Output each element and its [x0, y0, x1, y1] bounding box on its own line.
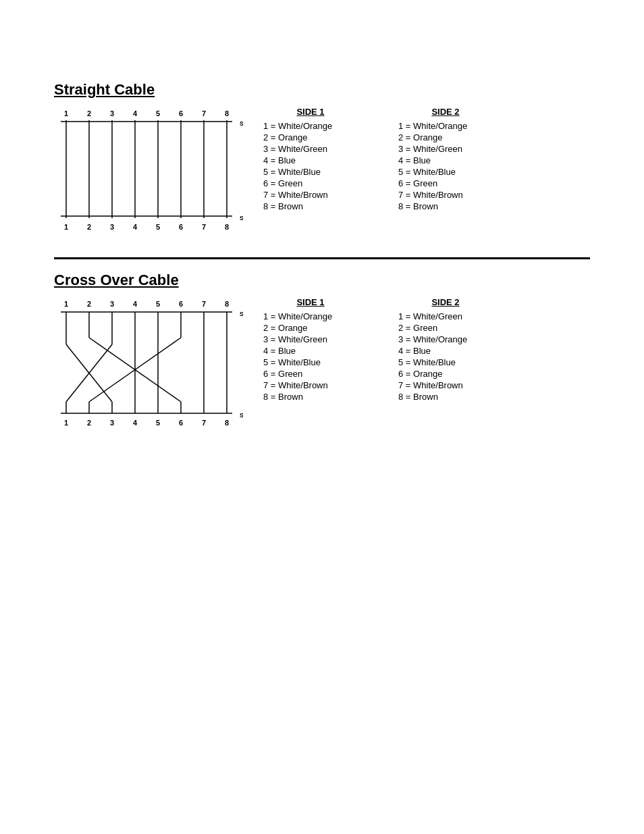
crossover-side1-column: SIDE 1 1 = White/Orange2 = Orange3 = Whi…: [263, 297, 358, 403]
svg-text:3: 3: [110, 300, 114, 308]
wire-item: 2 = Orange: [263, 132, 358, 142]
straight-cable-content: 1 2 3 4 5 6 7 8 SIDE 1: [54, 107, 590, 244]
svg-text:2: 2: [87, 300, 91, 308]
svg-text:1: 1: [64, 300, 68, 308]
svg-text:5: 5: [156, 300, 160, 308]
svg-text:7: 7: [202, 109, 206, 118]
wire-item: 1 = White/Green: [398, 311, 493, 321]
wire-item: 5 = White/Blue: [263, 167, 358, 177]
crossover-side2-list: 1 = White/Green2 = Green3 = White/Orange…: [398, 311, 493, 402]
wire-item: 6 = Green: [263, 369, 358, 379]
wire-item: 8 = Brown: [263, 392, 358, 402]
wire-item: 6 = Green: [263, 178, 358, 188]
svg-text:1: 1: [64, 419, 68, 427]
wire-item: 4 = Blue: [398, 346, 493, 356]
straight-cable-title: Straight Cable: [54, 81, 590, 99]
section-divider: [54, 257, 590, 259]
wire-item: 2 = Orange: [263, 323, 358, 333]
svg-text:SIDE 2: SIDE 2: [240, 412, 243, 419]
svg-text:8: 8: [225, 223, 229, 231]
page: Straight Cable 1 2 3 4 5 6 7 8 SIDE 1: [0, 0, 644, 502]
straight-svg: 1 2 3 4 5 6 7 8 SIDE 1: [54, 107, 243, 242]
wire-item: 3 = White/Green: [263, 334, 358, 344]
straight-side2-header: SIDE 2: [398, 107, 493, 117]
straight-side2-list: 1 = White/Orange2 = Orange3 = White/Gree…: [398, 121, 493, 211]
crossover-cable-content: 1 2 3 4 5 6 7 8 SIDE 1: [54, 297, 590, 441]
wire-item: 5 = White/Blue: [263, 357, 358, 367]
svg-text:6: 6: [179, 419, 183, 427]
straight-wire-info: SIDE 1 1 = White/Orange2 = Orange3 = Whi…: [263, 107, 493, 213]
svg-text:3: 3: [110, 109, 114, 118]
svg-text:2: 2: [87, 419, 91, 427]
crossover-side1-list: 1 = White/Orange2 = Orange3 = White/Gree…: [263, 311, 358, 402]
svg-text:7: 7: [202, 223, 206, 231]
wire-item: 5 = White/Blue: [398, 357, 493, 367]
crossover-side2-column: SIDE 2 1 = White/Green2 = Green3 = White…: [398, 297, 493, 403]
svg-text:4: 4: [133, 223, 138, 231]
svg-text:5: 5: [156, 419, 160, 427]
svg-text:8: 8: [225, 419, 229, 427]
svg-text:6: 6: [179, 300, 183, 308]
wire-item: 1 = White/Orange: [263, 121, 358, 131]
wire-item: 2 = Orange: [398, 132, 493, 142]
wire-item: 7 = White/Brown: [398, 380, 493, 390]
crossover-svg: 1 2 3 4 5 6 7 8 SIDE 1: [54, 297, 243, 439]
wire-item: 2 = Green: [398, 323, 493, 333]
svg-text:4: 4: [133, 300, 138, 308]
straight-diagram: 1 2 3 4 5 6 7 8 SIDE 1: [54, 107, 243, 244]
svg-text:3: 3: [110, 419, 114, 427]
svg-text:SIDE 1: SIDE 1: [240, 120, 243, 127]
wire-item: 1 = White/Orange: [263, 311, 358, 321]
svg-text:4: 4: [133, 109, 138, 118]
straight-side2-column: SIDE 2 1 = White/Orange2 = Orange3 = Whi…: [398, 107, 493, 213]
svg-text:6: 6: [179, 223, 183, 231]
straight-side1-column: SIDE 1 1 = White/Orange2 = Orange3 = Whi…: [263, 107, 358, 213]
svg-text:2: 2: [87, 223, 91, 231]
wire-item: 7 = White/Brown: [263, 380, 358, 390]
svg-text:5: 5: [156, 109, 160, 118]
wire-item: 7 = White/Brown: [398, 190, 493, 200]
wire-item: 6 = Orange: [398, 369, 493, 379]
svg-text:6: 6: [179, 109, 183, 118]
wire-item: 8 = Brown: [263, 201, 358, 211]
wire-item: 7 = White/Brown: [263, 190, 358, 200]
wire-item: 8 = Brown: [398, 201, 493, 211]
crossover-wire-info: SIDE 1 1 = White/Orange2 = Orange3 = Whi…: [263, 297, 493, 403]
svg-text:8: 8: [225, 300, 229, 308]
svg-text:5: 5: [156, 223, 160, 231]
straight-side1-list: 1 = White/Orange2 = Orange3 = White/Gree…: [263, 121, 358, 211]
wire-item: 8 = Brown: [398, 392, 493, 402]
wire-item: 4 = Blue: [263, 346, 358, 356]
svg-text:1: 1: [64, 109, 68, 118]
crossover-side1-header: SIDE 1: [263, 297, 358, 307]
svg-text:3: 3: [110, 223, 114, 231]
wire-item: 3 = White/Orange: [398, 334, 493, 344]
crossover-diagram: 1 2 3 4 5 6 7 8 SIDE 1: [54, 297, 243, 441]
wire-item: 5 = White/Blue: [398, 167, 493, 177]
wire-item: 6 = Green: [398, 178, 493, 188]
svg-text:7: 7: [202, 419, 206, 427]
svg-text:4: 4: [133, 419, 138, 427]
svg-text:2: 2: [87, 109, 91, 118]
straight-cable-section: Straight Cable 1 2 3 4 5 6 7 8 SIDE 1: [54, 81, 590, 244]
crossover-cable-title: Cross Over Cable: [54, 271, 590, 289]
svg-text:SIDE 1: SIDE 1: [240, 311, 243, 317]
svg-text:7: 7: [202, 300, 206, 308]
crossover-side2-header: SIDE 2: [398, 297, 493, 307]
straight-side1-header: SIDE 1: [263, 107, 358, 117]
crossover-cable-section: Cross Over Cable 1 2 3 4 5 6 7 8 SIDE 1: [54, 271, 590, 441]
svg-text:8: 8: [225, 109, 229, 118]
wire-item: 4 = Blue: [398, 155, 493, 165]
wire-item: 4 = Blue: [263, 155, 358, 165]
wire-item: 3 = White/Green: [263, 144, 358, 154]
wire-item: 3 = White/Green: [398, 144, 493, 154]
wire-item: 1 = White/Orange: [398, 121, 493, 131]
svg-text:SIDE 2: SIDE 2: [240, 215, 243, 221]
svg-text:1: 1: [64, 223, 68, 231]
